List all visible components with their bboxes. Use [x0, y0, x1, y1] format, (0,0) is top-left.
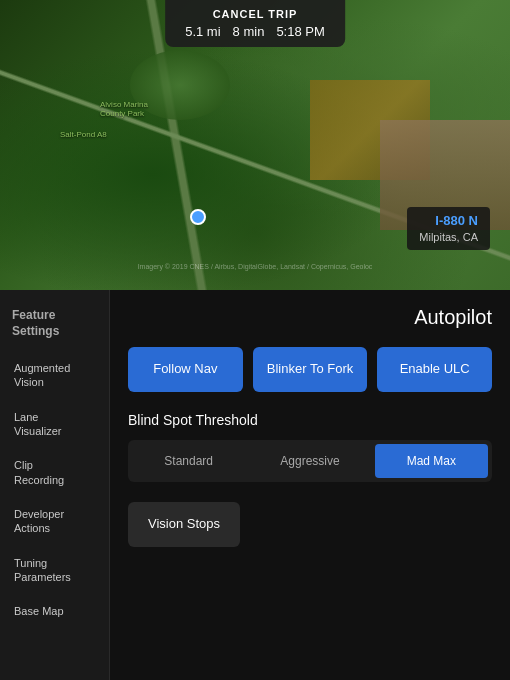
sidebar-heading: Feature Settings — [0, 300, 109, 351]
vision-stops-button[interactable]: Vision Stops — [128, 502, 240, 547]
imagery-credit: Imagery © 2019 CNES / Airbus, DigitalGlo… — [0, 263, 510, 270]
nav-destination: Milpitas, CA — [419, 230, 478, 244]
blinker-to-fork-button[interactable]: Blinker To Fork — [253, 347, 368, 392]
sidebar-item-augmented-vision[interactable]: AugmentedVision — [0, 351, 109, 400]
cancel-trip-bar[interactable]: CANCEL TRIP 5.1 mi 8 min 5:18 PM — [165, 0, 345, 47]
trip-time: 5:18 PM — [276, 24, 324, 39]
sidebar-item-base-map[interactable]: Base Map — [0, 594, 109, 628]
location-marker — [190, 209, 206, 225]
map-view: CANCEL TRIP 5.1 mi 8 min 5:18 PM Alviso … — [0, 0, 510, 290]
follow-nav-button[interactable]: Follow Nav — [128, 347, 243, 392]
threshold-aggressive-button[interactable]: Aggressive — [253, 444, 366, 478]
trip-distance: 5.1 mi — [185, 24, 220, 39]
cancel-label: CANCEL TRIP — [185, 8, 325, 20]
blind-spot-title: Blind Spot Threshold — [128, 412, 492, 428]
enable-ulc-button[interactable]: Enable ULC — [377, 347, 492, 392]
threshold-standard-button[interactable]: Standard — [132, 444, 245, 478]
ap-button-row: Follow Nav Blinker To Fork Enable ULC — [128, 347, 492, 392]
bottom-panel: Feature Settings AugmentedVision LaneVis… — [0, 290, 510, 680]
nav-label: I-880 N Milpitas, CA — [407, 207, 490, 250]
sidebar-item-lane-visualizer[interactable]: LaneVisualizer — [0, 400, 109, 449]
threshold-row: Standard Aggressive Mad Max — [128, 440, 492, 482]
page-title: Autopilot — [128, 306, 492, 329]
threshold-madmax-button[interactable]: Mad Max — [375, 444, 488, 478]
sidebar-item-tuning-parameters[interactable]: TuningParameters — [0, 546, 109, 595]
trip-duration: 8 min — [233, 24, 265, 39]
sidebar-item-developer-actions[interactable]: DeveloperActions — [0, 497, 109, 546]
trip-info: 5.1 mi 8 min 5:18 PM — [185, 24, 325, 39]
sidebar-item-clip-recording[interactable]: ClipRecording — [0, 448, 109, 497]
main-content: Autopilot Follow Nav Blinker To Fork Ena… — [110, 290, 510, 680]
sidebar: Feature Settings AugmentedVision LaneVis… — [0, 290, 110, 680]
nav-route: I-880 N — [419, 213, 478, 230]
